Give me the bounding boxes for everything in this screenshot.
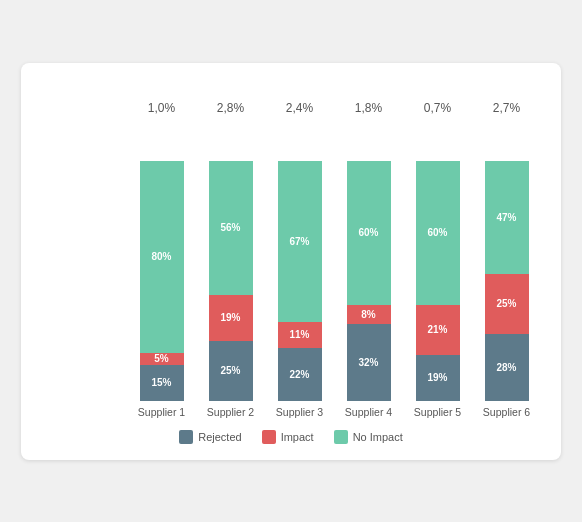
chart-card: 1,0%2,8%2,4%1,8%0,7%2,7% 80%5%15%56%19%2… [21, 63, 561, 460]
segment-impact: 25% [485, 274, 529, 334]
legend-item: Rejected [179, 430, 241, 444]
legend-item: Impact [262, 430, 314, 444]
x-label: Supplier 4 [340, 406, 398, 418]
segment-noimpact: 56% [209, 161, 253, 295]
segment-noimpact: 60% [347, 161, 391, 305]
bar-group: 80%5%15% [138, 121, 186, 401]
x-label: Supplier 2 [202, 406, 260, 418]
legend-label: No Impact [353, 431, 403, 443]
legend-label: Impact [281, 431, 314, 443]
chart-area: 1,0%2,8%2,4%1,8%0,7%2,7% 80%5%15%56%19%2… [41, 101, 541, 418]
segment-rejected: 22% [278, 348, 322, 401]
defect-rate-value: 2,4% [271, 101, 329, 115]
defect-rate-value: 1,8% [340, 101, 398, 115]
defect-rate-value: 2,8% [202, 101, 260, 115]
bar-group: 47%25%28% [483, 121, 531, 401]
defect-rate-value: 1,0% [133, 101, 191, 115]
segment-impact: 11% [278, 322, 322, 348]
bar-group: 60%8%32% [345, 121, 393, 401]
defect-rate-row: 1,0%2,8%2,4%1,8%0,7%2,7% [55, 101, 541, 115]
segment-noimpact: 60% [416, 161, 460, 305]
x-label: Supplier 3 [271, 406, 329, 418]
bar-group: 56%19%25% [207, 121, 255, 401]
segment-rejected: 15% [140, 365, 184, 401]
defect-rate-values: 1,0%2,8%2,4%1,8%0,7%2,7% [127, 101, 541, 115]
segment-noimpact: 67% [278, 161, 322, 322]
segment-rejected: 28% [485, 334, 529, 401]
x-label: Supplier 5 [409, 406, 467, 418]
segment-noimpact: 80% [140, 161, 184, 353]
legend: RejectedImpactNo Impact [41, 430, 541, 444]
defect-rate-label [55, 103, 127, 115]
segment-noimpact: 47% [485, 161, 529, 274]
bars-row: 80%5%15%56%19%25%67%11%22%60%8%32%60%21%… [55, 121, 541, 401]
segment-impact: 21% [416, 305, 460, 355]
defect-rate-value: 0,7% [409, 101, 467, 115]
bar-group: 60%21%19% [414, 121, 462, 401]
segment-rejected: 32% [347, 324, 391, 401]
legend-color-box [334, 430, 348, 444]
legend-label: Rejected [198, 431, 241, 443]
x-labels-row: Supplier 1Supplier 2Supplier 3Supplier 4… [55, 406, 541, 418]
segment-impact: 8% [347, 305, 391, 324]
legend-item: No Impact [334, 430, 403, 444]
legend-color-box [262, 430, 276, 444]
x-label: Supplier 6 [478, 406, 536, 418]
segment-rejected: 19% [416, 355, 460, 401]
bars-container: 80%5%15%56%19%25%67%11%22%60%8%32%60%21%… [127, 121, 541, 401]
segment-impact: 5% [140, 353, 184, 365]
x-label: Supplier 1 [133, 406, 191, 418]
legend-color-box [179, 430, 193, 444]
x-labels: Supplier 1Supplier 2Supplier 3Supplier 4… [127, 406, 541, 418]
defect-rate-value: 2,7% [478, 101, 536, 115]
x-spacer [55, 406, 127, 418]
segment-rejected: 25% [209, 341, 253, 401]
chart-inner: 1,0%2,8%2,4%1,8%0,7%2,7% 80%5%15%56%19%2… [45, 101, 541, 418]
segment-impact: 19% [209, 295, 253, 341]
bar-group: 67%11%22% [276, 121, 324, 401]
